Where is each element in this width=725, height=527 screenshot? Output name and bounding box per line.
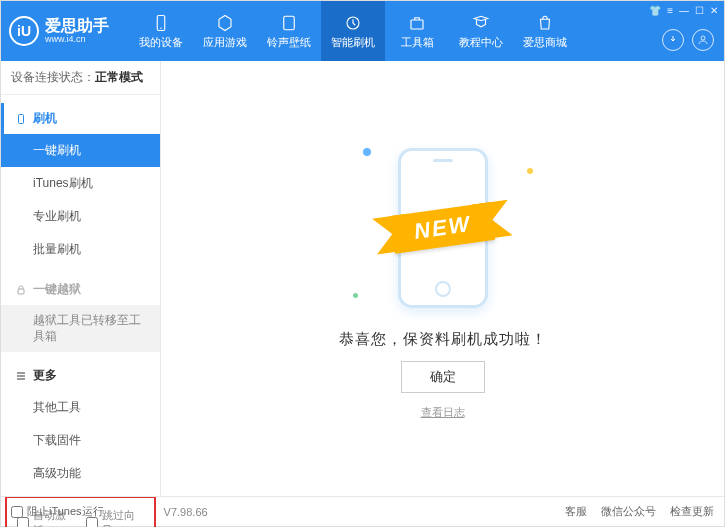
minimize-icon[interactable]: —: [679, 5, 689, 16]
app-window: iU 爱思助手 www.i4.cn 我的设备 应用游戏 铃声壁纸 智能刷机: [0, 0, 725, 527]
section-flash: 刷机 一键刷机 iTunes刷机 专业刷机 批量刷机: [1, 95, 160, 266]
menu-icon[interactable]: ≡: [667, 5, 673, 16]
section-jailbreak: 一键越狱 越狱工具已转移至工具箱: [1, 266, 160, 352]
svg-rect-4: [411, 20, 423, 29]
view-log-link[interactable]: 查看日志: [421, 405, 465, 420]
ringtone-icon: [279, 13, 299, 33]
nav-ringtone[interactable]: 铃声壁纸: [257, 1, 321, 61]
section-title: 刷机: [33, 110, 57, 127]
sidebar-item-oneclick-flash[interactable]: 一键刷机: [1, 134, 160, 167]
nav-label: 工具箱: [401, 35, 434, 50]
tutorial-icon: [471, 13, 491, 33]
apps-icon: [215, 13, 235, 33]
nav-apps[interactable]: 应用游戏: [193, 1, 257, 61]
nav-store[interactable]: 爱思商城: [513, 1, 577, 61]
status-label: 设备连接状态：: [11, 70, 95, 84]
nav-label: 教程中心: [459, 35, 503, 50]
device-status: 设备连接状态：正常模式: [1, 61, 160, 95]
logo[interactable]: iU 爱思助手 www.i4.cn: [9, 16, 109, 46]
nav-label: 铃声壁纸: [267, 35, 311, 50]
phone-icon: [151, 13, 171, 33]
sidebar-item-itunes-flash[interactable]: iTunes刷机: [1, 167, 160, 200]
nav-label: 应用游戏: [203, 35, 247, 50]
main-nav: 我的设备 应用游戏 铃声壁纸 智能刷机 工具箱 教程中心: [129, 1, 577, 61]
nav-label: 智能刷机: [331, 35, 375, 50]
maximize-icon[interactable]: ☐: [695, 5, 704, 16]
logo-badge: iU: [9, 16, 39, 46]
success-message: 恭喜您，保资料刷机成功啦！: [339, 330, 547, 349]
download-icon[interactable]: [662, 29, 684, 51]
sidebar-item-other-tools[interactable]: 其他工具: [1, 391, 160, 424]
body: 设备连接状态：正常模式 刷机 一键刷机 iTunes刷机 专业刷机 批量刷机 一…: [1, 61, 724, 496]
logo-text-wrap: 爱思助手 www.i4.cn: [45, 18, 109, 44]
svg-rect-6: [19, 114, 24, 123]
footer-links: 客服 微信公众号 检查更新: [565, 504, 714, 519]
window-controls: 👕 ≡ — ☐ ✕: [649, 5, 718, 16]
section-flash-header[interactable]: 刷机: [1, 103, 160, 134]
checkbox-label: 阻止iTunes运行: [27, 504, 104, 519]
toolbox-icon: [407, 13, 427, 33]
app-name: 爱思助手: [45, 18, 109, 34]
app-url: www.i4.cn: [45, 34, 109, 44]
version-text: V7.98.66: [164, 506, 208, 518]
footer-link-support[interactable]: 客服: [565, 504, 587, 519]
section-more: 更多 其他工具 下载固件 高级功能: [1, 352, 160, 490]
footer-link-update[interactable]: 检查更新: [670, 504, 714, 519]
svg-point-5: [701, 36, 705, 40]
checkbox-block-itunes[interactable]: 阻止iTunes运行: [11, 504, 104, 519]
nav-tutorial[interactable]: 教程中心: [449, 1, 513, 61]
svg-rect-2: [284, 16, 295, 30]
svg-point-1: [160, 27, 162, 29]
decor-dot: [363, 148, 371, 156]
section-title: 更多: [33, 367, 57, 384]
footer-link-wechat[interactable]: 微信公众号: [601, 504, 656, 519]
nav-label: 我的设备: [139, 35, 183, 50]
nav-my-device[interactable]: 我的设备: [129, 1, 193, 61]
header-actions: [662, 29, 714, 51]
store-icon: [535, 13, 555, 33]
status-value: 正常模式: [95, 70, 143, 84]
decor-dot: [353, 293, 358, 298]
sidebar-item-pro-flash[interactable]: 专业刷机: [1, 200, 160, 233]
header: iU 爱思助手 www.i4.cn 我的设备 应用游戏 铃声壁纸 智能刷机: [1, 1, 724, 61]
close-icon[interactable]: ✕: [710, 5, 718, 16]
sidebar-item-advanced[interactable]: 高级功能: [1, 457, 160, 490]
nav-toolbox[interactable]: 工具箱: [385, 1, 449, 61]
lock-icon: [15, 284, 27, 296]
more-icon: [15, 370, 27, 382]
success-illustration: NEW: [343, 138, 543, 318]
flash-section-icon: [15, 113, 27, 125]
flash-icon: [343, 13, 363, 33]
user-icon[interactable]: [692, 29, 714, 51]
nav-flash[interactable]: 智能刷机: [321, 1, 385, 61]
jailbreak-moved-note: 越狱工具已转移至工具箱: [1, 305, 160, 352]
sidebar: 设备连接状态：正常模式 刷机 一键刷机 iTunes刷机 专业刷机 批量刷机 一…: [1, 61, 161, 496]
checkbox-input[interactable]: [11, 506, 23, 518]
svg-rect-7: [18, 289, 24, 294]
section-title: 一键越狱: [33, 281, 81, 298]
nav-label: 爱思商城: [523, 35, 567, 50]
ok-button[interactable]: 确定: [401, 361, 485, 393]
section-jailbreak-header[interactable]: 一键越狱: [1, 274, 160, 305]
main-content: NEW 恭喜您，保资料刷机成功啦！ 确定 查看日志: [161, 61, 724, 496]
sidebar-item-download-firmware[interactable]: 下载固件: [1, 424, 160, 457]
footer: 阻止iTunes运行 V7.98.66 客服 微信公众号 检查更新: [1, 496, 724, 526]
sidebar-item-batch-flash[interactable]: 批量刷机: [1, 233, 160, 266]
section-more-header[interactable]: 更多: [1, 360, 160, 391]
decor-dot: [527, 168, 533, 174]
skin-icon[interactable]: 👕: [649, 5, 661, 16]
